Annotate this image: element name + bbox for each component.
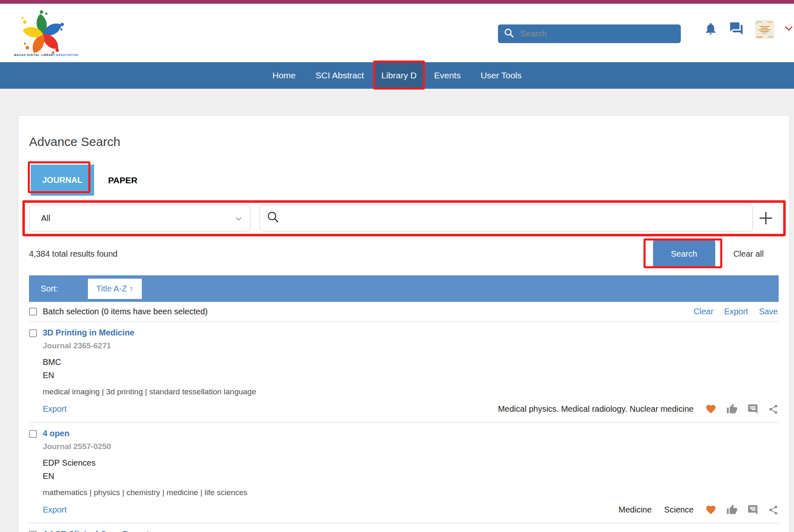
batch-links: Clear Export Save [694, 307, 779, 316]
result-export-link[interactable]: Export [43, 505, 67, 515]
result-issn: Journal 2557-0250 [43, 442, 779, 451]
batch-export-link[interactable]: Export [724, 307, 748, 316]
result-action-icons [705, 504, 779, 515]
query-search-icon [267, 211, 280, 226]
logo-flower-icon [14, 10, 72, 53]
field-select[interactable]: All [29, 205, 250, 231]
advance-search-card: Advance Search JOURNAL PAPER All [18, 115, 790, 532]
result-categories: Medicine Science [619, 505, 694, 515]
batch-save-link[interactable]: Save [759, 307, 778, 316]
header: MACAO DIGITAL LIBRARY ASSOCIATION [0, 4, 794, 62]
batch-select-checkbox[interactable] [29, 308, 37, 316]
thumb-up-icon[interactable] [726, 403, 738, 415]
nav-item-home[interactable]: Home [262, 62, 306, 89]
account-chevron-down-icon[interactable] [785, 26, 793, 33]
header-icons [704, 19, 793, 40]
result-language: EN [43, 371, 779, 380]
result-publisher: EDP Sciences [43, 458, 779, 468]
page-title: Advance Search [29, 135, 779, 149]
query-box[interactable] [260, 205, 753, 231]
result-row-2: 4 open Journal 2557-0250 EDP Sciences EN… [29, 423, 779, 523]
thumb-up-icon[interactable] [726, 504, 738, 515]
result-row-1: 3D Printing in Medicine Journal 2365-627… [29, 322, 779, 422]
nav-item-events[interactable]: Events [424, 62, 471, 89]
tab-paper[interactable]: PAPER [108, 175, 138, 185]
result-action-icons [705, 403, 779, 415]
header-search-box[interactable] [498, 24, 681, 43]
chat-icon[interactable] [728, 21, 744, 38]
share-icon[interactable] [768, 404, 779, 415]
result-export-link[interactable]: Export [43, 404, 67, 414]
sort-label: Sort: [41, 284, 58, 294]
batch-label: Batch selection (0 items have been selec… [43, 307, 208, 316]
main-navbar: Home SCI Abstract Library D Events User … [0, 62, 794, 89]
result-publisher: BMC [43, 357, 779, 367]
result-categories: Medical physics. Medical radiology. Nucl… [498, 404, 694, 414]
comment-icon[interactable] [747, 504, 758, 515]
select-chevron-down-icon [236, 214, 242, 223]
results-count: 4,384 total results found [29, 249, 117, 259]
favorite-heart-icon[interactable] [705, 504, 717, 515]
result-keywords: medical imaging | 3d printing | standard… [43, 387, 779, 396]
search-button[interactable]: Search [653, 240, 715, 267]
field-select-value: All [41, 214, 50, 223]
batch-row: Batch selection (0 items have been selec… [29, 302, 779, 321]
query-input[interactable] [285, 214, 746, 223]
clear-all-button[interactable]: Clear all [733, 249, 764, 259]
result-keywords: mathematics | physics | chemistry | medi… [43, 488, 779, 497]
favorite-heart-icon[interactable] [705, 403, 717, 415]
sort-button[interactable]: Title A-Z ↑ [88, 279, 141, 299]
nav-item-user-tools[interactable]: User Tools [471, 62, 532, 89]
batch-clear-link[interactable]: Clear [694, 307, 714, 316]
nav-item-library-d[interactable]: Library D [374, 62, 424, 89]
avatar[interactable] [755, 20, 774, 39]
sort-bar: Sort: Title A-Z ↑ [29, 275, 779, 302]
result-title-link[interactable]: AACE Clinical Case Reports [43, 530, 779, 532]
result-issn: Journal 2365-6271 [43, 341, 779, 350]
results-row: 4,384 total results found Search Clear a… [29, 240, 779, 267]
share-icon[interactable] [768, 505, 779, 515]
tab-journal[interactable]: JOURNAL [31, 165, 94, 196]
result-title-link[interactable]: 4 open [43, 429, 779, 438]
result-2-checkbox[interactable] [29, 430, 37, 438]
result-language: EN [43, 471, 779, 481]
search-icon [504, 28, 515, 40]
result-row-3: AACE Clinical Case Reports Journal 2376-… [29, 523, 779, 532]
logo-caption: MACAO DIGITAL LIBRARY ASSOCIATION [14, 53, 72, 56]
result-title-link[interactable]: 3D Printing in Medicine [43, 328, 779, 338]
result-1-checkbox[interactable] [29, 329, 37, 337]
nav-item-sci-abstract[interactable]: SCI Abstract [306, 62, 374, 89]
comment-icon[interactable] [747, 403, 758, 415]
add-criteria-button[interactable] [753, 211, 779, 226]
bell-icon[interactable] [704, 21, 718, 38]
logo[interactable]: MACAO DIGITAL LIBRARY ASSOCIATION [14, 10, 72, 56]
header-search-input[interactable] [520, 29, 675, 39]
filter-row: All [29, 205, 779, 231]
browser-top-strip [0, 0, 794, 4]
tabs: JOURNAL PAPER [29, 165, 779, 196]
page-background: Advance Search JOURNAL PAPER All [0, 89, 794, 532]
